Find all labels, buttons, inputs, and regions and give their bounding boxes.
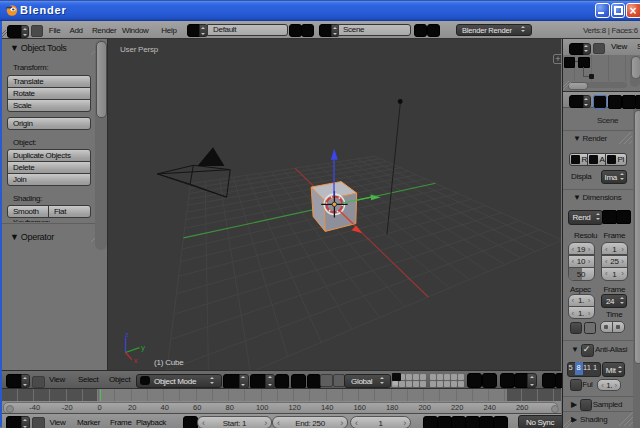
- svg-text:y: y: [141, 343, 145, 352]
- svg-text:User Persp: User Persp: [120, 45, 159, 54]
- svg-text:x: x: [134, 356, 138, 365]
- svg-text:(1) Cube: (1) Cube: [154, 358, 184, 367]
- svg-text:z: z: [125, 330, 129, 339]
